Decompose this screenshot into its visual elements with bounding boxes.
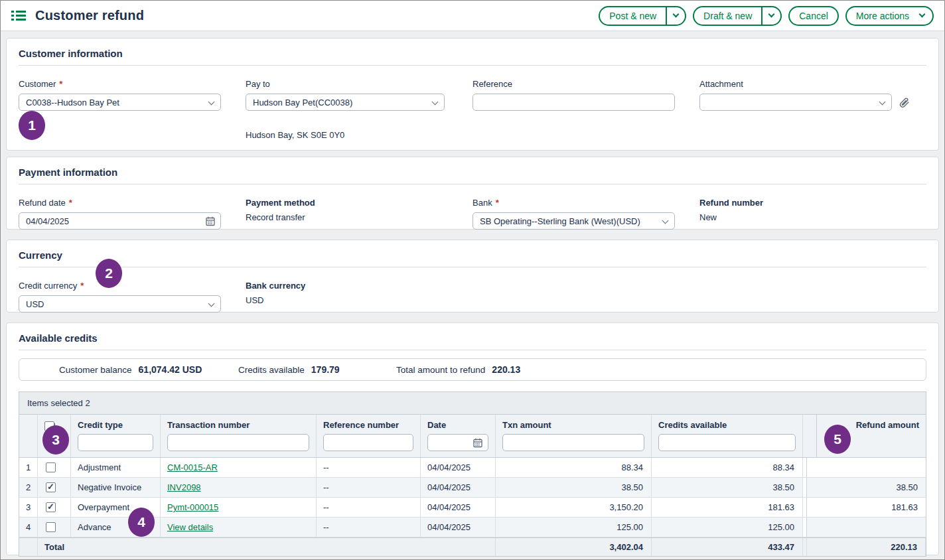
customer-balance-value: 61,074.42 USD — [139, 364, 202, 375]
reference-cell: -- — [317, 478, 421, 497]
credit-type-cell: Adjustment — [71, 458, 161, 477]
chevron-down-icon — [662, 218, 669, 224]
chevron-down-icon — [768, 11, 775, 18]
transaction-number-filter-input[interactable] — [167, 434, 309, 451]
total-credits-available: 433.47 — [652, 538, 803, 556]
calendar-icon[interactable] — [473, 438, 482, 448]
transaction-link[interactable]: Pymt-000015 — [167, 502, 218, 512]
credits-available-header-label: Credits available — [658, 420, 796, 430]
cancel-button[interactable]: Cancel — [788, 6, 839, 26]
refund-amount-cell[interactable] — [807, 518, 926, 537]
transaction-number-header: Transaction number — [161, 415, 317, 457]
more-actions-button[interactable]: More actions — [845, 6, 934, 26]
refund-number-label: Refund number — [699, 198, 763, 208]
total-refund-value: 220.13 — [492, 364, 520, 375]
currency-section: Currency Credit currency USD Bank curren… — [6, 240, 939, 313]
row-number-header — [19, 415, 38, 457]
refund-number-field-group: Refund number New — [699, 198, 926, 230]
bank-label: Bank — [472, 198, 499, 208]
txn-amount-header: Txn amount — [496, 415, 652, 457]
refund-amount-cell[interactable]: 181.63 — [807, 498, 926, 517]
attachment-label: Attachment — [699, 79, 743, 89]
post-and-new-dropdown[interactable] — [667, 7, 685, 25]
post-and-new-button[interactable]: Post & new — [599, 6, 686, 26]
refund-amount-cell[interactable] — [807, 458, 926, 477]
txn-amount-header-label: Txn amount — [502, 420, 644, 430]
row-number: 2 — [19, 478, 38, 497]
date-header: Date — [421, 415, 496, 457]
draft-and-new-label[interactable]: Draft & new — [694, 7, 761, 25]
callout-badge-1: 1 — [19, 111, 45, 140]
table-header-row: Credit type Transaction number Reference… — [19, 415, 926, 458]
reference-cell: -- — [317, 458, 421, 477]
date-filter-input[interactable] — [427, 434, 488, 451]
attachment-select[interactable] — [699, 94, 892, 111]
list-menu-icon[interactable] — [11, 10, 26, 21]
customer-label: Customer — [19, 79, 62, 89]
customer-information-title: Customer information — [19, 48, 926, 66]
refund-date-field-group: Refund date 04/04/2025 — [19, 198, 246, 230]
more-actions-label[interactable]: More actions — [847, 7, 918, 25]
payment-method-value: Record transfer — [246, 212, 472, 222]
total-empty-cell — [19, 538, 38, 556]
refund-date-label: Refund date — [19, 198, 72, 208]
transaction-link[interactable]: INV2098 — [167, 482, 201, 492]
credit-currency-select[interactable]: USD — [19, 295, 221, 313]
more-actions-dropdown[interactable] — [918, 7, 932, 25]
customer-balance-label: Customer balance — [59, 365, 132, 375]
table-row: 4 Advance View details -- 04/04/2025 125… — [19, 518, 926, 537]
reference-cell: -- — [317, 498, 421, 517]
credit-type-cell: Negative Invoice — [71, 478, 161, 497]
callout-badge-5: 5 — [824, 425, 851, 454]
row-checkbox[interactable] — [46, 462, 56, 472]
credit-type-filter-input[interactable] — [78, 434, 153, 451]
paperclip-icon[interactable] — [899, 96, 910, 109]
calendar-icon[interactable] — [206, 216, 215, 226]
pay-to-select-value: Hudson Bay Pet(CC0038) — [253, 98, 352, 107]
table-row: 3 Overpayment Pymt-000015 -- 04/04/2025 … — [19, 498, 926, 518]
credits-summary-bar: Customer balance 61,074.42 USD Credits a… — [19, 358, 926, 381]
date-cell: 04/04/2025 — [421, 478, 496, 497]
topbar-actions: Post & new Draft & new Cancel More actio… — [599, 6, 934, 26]
post-and-new-label[interactable]: Post & new — [600, 7, 666, 25]
cancel-label[interactable]: Cancel — [790, 7, 837, 25]
table-row: 2 Negative Invoice INV2098 -- 04/04/2025… — [19, 478, 926, 498]
credits-available-cell: 125.00 — [652, 518, 803, 537]
refund-amount-cell[interactable]: 38.50 — [807, 478, 926, 497]
date-header-label: Date — [427, 420, 488, 430]
transaction-link[interactable]: CM-0015-AR — [167, 462, 218, 472]
row-checkbox[interactable] — [46, 502, 56, 512]
customer-select-value: C0038--Hudson Bay Pet — [26, 98, 119, 107]
draft-and-new-button[interactable]: Draft & new — [693, 6, 782, 26]
customer-select[interactable]: C0038--Hudson Bay Pet — [19, 94, 221, 111]
total-txn-amount: 3,402.04 — [496, 538, 652, 556]
bank-currency-label: Bank currency — [246, 281, 305, 291]
view-details-link[interactable]: View details — [167, 522, 213, 532]
chevron-down-icon — [208, 301, 215, 307]
credits-available-filter-input[interactable] — [658, 434, 796, 451]
bank-currency-field-group: Bank currency USD — [246, 281, 472, 313]
pay-to-select[interactable]: Hudson Bay Pet(CC0038) — [246, 94, 445, 111]
payment-information-section: Payment information Refund date 04/04/20… — [6, 157, 939, 230]
customer-field-group: Customer C0038--Hudson Bay Pet — [19, 79, 246, 140]
txn-amount-filter-input[interactable] — [502, 434, 644, 451]
chevron-down-icon — [208, 99, 215, 105]
bank-select[interactable]: SB Operating--Sterling Bank (West)(USD) — [472, 212, 675, 230]
payment-method-label: Payment method — [246, 198, 315, 208]
total-label: Total — [38, 538, 71, 556]
refund-date-input[interactable]: 04/04/2025 — [19, 212, 221, 230]
row-checkbox[interactable] — [46, 522, 56, 532]
top-bar: Customer refund Post & new Draft & new C… — [1, 1, 944, 31]
row-checkbox[interactable] — [46, 482, 56, 492]
row-number: 1 — [19, 458, 38, 477]
reference-label: Reference — [472, 79, 512, 89]
customer-refund-page: Customer refund Post & new Draft & new C… — [0, 0, 945, 560]
txn-amount-cell: 3,150.20 — [496, 498, 652, 517]
reference-input[interactable] — [472, 94, 675, 111]
row-number: 4 — [19, 518, 38, 537]
draft-and-new-dropdown[interactable] — [763, 7, 780, 25]
reference-number-filter-input[interactable] — [323, 434, 413, 451]
credit-currency-value: USD — [26, 299, 44, 309]
credits-table: Items selected 2 Credit type Transaction… — [19, 391, 926, 557]
transaction-number-header-label: Transaction number — [167, 420, 309, 430]
